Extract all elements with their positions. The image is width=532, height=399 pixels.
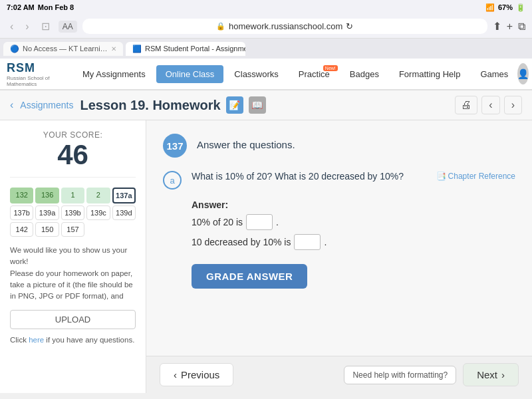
chapter-reference-button[interactable]: 📑 Chapter Reference xyxy=(436,172,515,181)
problem-cell-150[interactable]: 150 xyxy=(35,222,59,237)
problem-cell-2[interactable]: 2 xyxy=(86,188,110,203)
answer-2-suffix: . xyxy=(324,237,327,247)
nav-practice[interactable]: Practice New! xyxy=(289,65,339,83)
nav-online-class[interactable]: Online Class xyxy=(156,65,224,83)
instructions-text: We would like you to show us your work! … xyxy=(10,245,136,302)
score-value: 46 xyxy=(10,140,136,170)
answer-row-2: 10 decreased by 10% is . xyxy=(192,234,515,250)
problem-cell-157[interactable]: 157 xyxy=(61,222,84,237)
tab-2-favicon: 🟦 xyxy=(132,45,142,53)
site-nav: RSM Russian School of Mathematics My Ass… xyxy=(0,59,532,90)
add-tab-button[interactable]: + xyxy=(507,20,513,33)
nav-formatting-help[interactable]: Formatting Help xyxy=(390,65,469,83)
next-button[interactable]: Next › xyxy=(463,363,519,386)
answer-section: Answer: 10% of 20 is . 10 decreased by 1… xyxy=(163,200,515,250)
tab-1-close[interactable]: ✕ xyxy=(111,45,116,53)
chapter-ref-icon: 📑 xyxy=(436,172,446,181)
bottom-nav: ‹ Previous Need help with formatting? Ne… xyxy=(146,356,532,393)
here-link[interactable]: here xyxy=(29,336,44,344)
problem-cell-136[interactable]: 136 xyxy=(35,188,59,203)
print-button[interactable]: 🖨 xyxy=(455,96,477,114)
site-nav-items: My Assignments Online Class Classworks P… xyxy=(73,65,517,83)
refresh-icon[interactable]: ↻ xyxy=(346,21,353,31)
answer-1-suffix: . xyxy=(276,217,279,227)
reader-view-button[interactable]: ⊡ xyxy=(38,19,53,34)
problem-grid: 132 136 1 2 137a 137b 139a 139b 139c 139… xyxy=(10,188,136,237)
part-text: What is 10% of 20? What is 20 decreased … xyxy=(192,171,515,182)
answer-1-prefix: 10% of 20 is xyxy=(192,217,243,227)
time: 7:02 AM xyxy=(7,3,35,11)
nav-games[interactable]: Games xyxy=(471,65,517,83)
tab-1[interactable]: 🔵 No Access — KT Learning | Khan's Tutor… xyxy=(3,42,123,56)
problem-cell-142[interactable]: 142 xyxy=(10,222,33,237)
prev-arrow-icon: ‹ xyxy=(174,369,177,380)
click-note: Click here if you have any questions. xyxy=(10,336,136,344)
book-icon: 📖 xyxy=(249,96,266,114)
share-button[interactable]: ⬆ xyxy=(493,20,501,33)
homework-icon: 📝 xyxy=(226,96,243,114)
page-header: ‹ Assignments Lesson 19. Homework 📝 📖 🖨 … xyxy=(0,90,532,120)
day: Mon Feb 8 xyxy=(38,3,74,11)
nav-badges[interactable]: Badges xyxy=(340,65,388,83)
problem-cell-137b[interactable]: 137b xyxy=(10,205,33,220)
logo-text: RSM xyxy=(7,61,35,75)
problem-cell-132[interactable]: 132 xyxy=(10,188,33,203)
battery-icon: 🔋 xyxy=(516,3,525,12)
problem-cell-139c[interactable]: 139c xyxy=(86,205,110,220)
part-label-a: a xyxy=(163,171,182,190)
problem-cell-137a[interactable]: 137a xyxy=(112,188,136,203)
answer-2-input[interactable] xyxy=(294,234,321,250)
score-section: YOUR SCORE: 46 xyxy=(10,130,136,178)
tab-1-label: No Access — KT Learning | Khan's Tutoria… xyxy=(23,45,108,53)
url-text: homework.russianschool.com xyxy=(229,21,342,31)
answer-label: Answer: xyxy=(192,200,228,210)
next-label: Next xyxy=(477,369,497,380)
back-nav-button[interactable]: ‹ xyxy=(7,19,17,34)
tab-2-label: RSM Student Portal - Assignment xyxy=(145,45,245,53)
problem-cell-139b[interactable]: 139b xyxy=(61,205,84,220)
question-area: 137 Answer the questions. a What is 10% … xyxy=(146,120,532,356)
part-question-text: What is 10% of 20? What is 20 decreased … xyxy=(192,171,404,182)
answer-1-input[interactable] xyxy=(246,214,273,230)
main-content: YOUR SCORE: 46 132 136 1 2 137a 137b 139… xyxy=(0,120,532,393)
tab-1-favicon: 🔵 xyxy=(10,45,19,53)
right-content: 137 Answer the questions. a What is 10% … xyxy=(146,120,532,393)
part-row-a: a What is 10% of 20? What is 20 decrease… xyxy=(163,171,515,190)
problem-cell-139a[interactable]: 139a xyxy=(35,205,59,220)
answer-row-1: 10% of 20 is . xyxy=(192,214,515,230)
reader-aa-button[interactable]: AA xyxy=(59,21,77,33)
nav-classworks[interactable]: Classworks xyxy=(225,65,287,83)
tab-2[interactable]: 🟦 RSM Student Portal - Assignment New! ✕ xyxy=(126,42,245,56)
page-title: Lesson 19. Homework 📝 📖 xyxy=(80,96,448,114)
user-avatar[interactable]: 👤 xyxy=(517,63,529,84)
prev-label: Previous xyxy=(181,369,219,380)
breadcrumb: Assignments xyxy=(20,100,73,110)
prev-page-button[interactable]: ‹ xyxy=(481,96,499,114)
forward-nav-button[interactable]: › xyxy=(22,19,32,34)
logo-sub: Russian School of Mathematics xyxy=(7,75,60,87)
breadcrumb-back-button[interactable]: ‹ xyxy=(10,99,13,111)
lock-icon: 🔒 xyxy=(216,22,225,31)
previous-button[interactable]: ‹ Previous xyxy=(160,363,233,386)
nav-my-assignments[interactable]: My Assignments xyxy=(73,65,155,83)
browser-chrome: ‹ › ⊡ AA 🔒 homework.russianschool.com ↻ … xyxy=(0,15,532,39)
question-number: 137 xyxy=(163,134,187,158)
left-sidebar: YOUR SCORE: 46 132 136 1 2 137a 137b 139… xyxy=(0,120,146,393)
logo-area: RSM Russian School of Mathematics xyxy=(7,61,60,87)
grade-answer-button[interactable]: GRADE ANSWER xyxy=(192,264,307,289)
battery: 67% xyxy=(498,3,513,11)
question-header: 137 Answer the questions. xyxy=(163,134,515,158)
tabs-button[interactable]: ⧉ xyxy=(518,20,525,33)
problem-cell-1[interactable]: 1 xyxy=(61,188,84,203)
formatting-help-button[interactable]: Need help with formatting? xyxy=(344,366,456,384)
next-page-button[interactable]: › xyxy=(504,96,522,114)
wifi-icon: 📶 xyxy=(485,3,495,12)
tab-bar: 🔵 No Access — KT Learning | Khan's Tutor… xyxy=(0,39,532,59)
upload-button[interactable]: UPLOAD xyxy=(10,310,136,329)
url-bar[interactable]: 🔒 homework.russianschool.com ↻ xyxy=(82,19,487,34)
problem-cell-139d[interactable]: 139d xyxy=(112,205,136,220)
answer-row-label: Answer: xyxy=(192,200,515,210)
status-bar: 7:02 AM Mon Feb 8 📶 67% 🔋 xyxy=(0,0,532,15)
question-instruction: Answer the questions. xyxy=(197,134,295,150)
score-label: YOUR SCORE: xyxy=(10,130,136,140)
